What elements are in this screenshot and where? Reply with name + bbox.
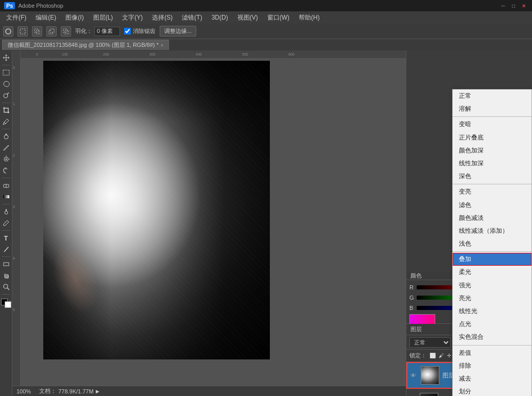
menu-help[interactable]: 帮助(H) xyxy=(295,12,324,23)
blend-mode-divide[interactable]: 划分 xyxy=(453,385,531,396)
canvas-document[interactable] xyxy=(43,61,270,359)
toolbar-separator-4 xyxy=(2,178,10,178)
app-logo: Ps xyxy=(4,2,15,9)
blend-mode-exclusion[interactable]: 排除 xyxy=(453,359,531,372)
tab-label: 微信截图_20210817135848.jpg @ 100% (图层 1, RG… xyxy=(8,41,159,49)
quick-select-tool-button[interactable] xyxy=(1,90,11,100)
adjust-edge-button[interactable]: 调整边缘... xyxy=(160,26,196,37)
layer-1-visibility-icon[interactable]: 👁 xyxy=(410,372,418,378)
foreground-background-colors[interactable] xyxy=(1,299,11,308)
clone-stamp-tool-button[interactable] xyxy=(1,154,11,164)
blend-mode-linear-dodge[interactable]: 线性减淡（添加） xyxy=(453,225,531,237)
antialiasing-control: 消除锯齿 xyxy=(124,27,156,35)
menu-filter[interactable]: 滤镜(T) xyxy=(178,12,206,23)
blend-mode-linear-light[interactable]: 线性光 xyxy=(453,305,531,318)
menu-file[interactable]: 文件(F) xyxy=(2,12,30,23)
blend-mode-difference[interactable]: 差值 xyxy=(453,347,531,359)
minimize-button[interactable]: ─ xyxy=(499,2,507,10)
add-selection-icon[interactable] xyxy=(32,26,42,37)
blend-mode-lighter-color[interactable]: 浅色 xyxy=(453,237,531,250)
hand-tool-button[interactable] xyxy=(1,270,11,281)
lock-move-icon[interactable]: ✛ xyxy=(447,353,451,358)
red-label: R xyxy=(409,284,414,290)
text-tool-button[interactable]: T xyxy=(1,233,11,243)
move-tool-button[interactable] xyxy=(1,53,11,63)
menu-select[interactable]: 选择(S) xyxy=(148,12,177,23)
status-bar: 100% 文档： 778.9K/1.77M ▶ xyxy=(12,386,406,396)
lasso-tool-button[interactable] xyxy=(1,79,11,89)
history-brush-tool-button[interactable] xyxy=(1,165,11,176)
blend-mode-vivid-light[interactable]: 亮光 xyxy=(453,292,531,305)
lasso-tool-icon[interactable] xyxy=(3,26,13,37)
menu-3d[interactable]: 3D(D) xyxy=(208,13,232,22)
menu-window[interactable]: 窗口(W) xyxy=(263,12,294,23)
new-selection-icon[interactable] xyxy=(18,26,28,37)
status-arrow-icon[interactable]: ▶ xyxy=(96,389,99,394)
gradient-tool-button[interactable] xyxy=(1,192,11,202)
svg-point-14 xyxy=(5,159,7,160)
color-preview-swatch[interactable] xyxy=(409,314,435,324)
blend-mode-soft-light[interactable]: 柔光 xyxy=(453,266,531,279)
blend-mode-screen[interactable]: 滤色 xyxy=(453,199,531,212)
blend-mode-pin-light[interactable]: 点光 xyxy=(453,318,531,331)
blend-mode-normal[interactable]: 正常 xyxy=(453,90,531,102)
svg-rect-21 xyxy=(4,263,9,266)
svg-line-23 xyxy=(7,288,9,290)
svg-rect-8 xyxy=(3,70,9,75)
layers-panel-title: 图层 xyxy=(410,325,422,333)
document-size: 文档： 778.9K/1.77M ▶ xyxy=(39,387,99,395)
zoom-tool-button[interactable] xyxy=(1,282,11,292)
blend-mode-linear-burn[interactable]: 线性加深 xyxy=(453,157,531,170)
lock-brush-icon[interactable]: 🖌 xyxy=(439,353,444,358)
brush-tool-button[interactable] xyxy=(1,143,11,153)
toolbar-separator-8 xyxy=(2,294,10,295)
blend-mode-multiply[interactable]: 正片叠底 xyxy=(453,131,531,144)
blend-separator-1 xyxy=(453,116,531,117)
blend-mode-hard-light[interactable]: 强光 xyxy=(453,279,531,292)
rect-marquee-tool-button[interactable] xyxy=(1,67,11,78)
blend-mode-overlay[interactable]: 叠加 xyxy=(453,253,531,266)
intersect-selection-icon[interactable] xyxy=(61,26,71,37)
svg-point-22 xyxy=(4,284,8,288)
shape-tool-button[interactable] xyxy=(1,259,11,269)
menu-image[interactable]: 图像(I) xyxy=(61,12,88,23)
blend-mode-darker-color[interactable]: 深色 xyxy=(453,170,531,183)
blend-mode-dissolve[interactable]: 溶解 xyxy=(453,102,531,115)
background-color-swatch[interactable] xyxy=(5,301,11,308)
blend-mode-hard-mix[interactable]: 实色混合 xyxy=(453,331,531,343)
blend-mode-lighten[interactable]: 变亮 xyxy=(453,185,531,198)
title-bar: Ps Adobe Photoshop ─ □ ✕ xyxy=(0,0,532,11)
tab-close-button[interactable]: × xyxy=(161,43,163,48)
menu-layer[interactable]: 图层(L) xyxy=(89,12,117,23)
blend-mode-darken[interactable]: 变暗 xyxy=(453,118,531,131)
ruler-horizontal: 0 100 200 300 400 500 600 xyxy=(21,50,406,59)
color-panel-title: 颜色 xyxy=(410,272,422,280)
menu-edit[interactable]: 编辑(E) xyxy=(31,12,60,23)
close-button[interactable]: ✕ xyxy=(520,2,528,10)
layers-blend-mode-select[interactable]: 正常 xyxy=(409,337,451,348)
subtract-selection-icon[interactable] xyxy=(46,26,57,37)
blend-mode-color-dodge[interactable]: 颜色减淡 xyxy=(453,212,531,225)
antialiasing-checkbox[interactable] xyxy=(124,28,131,35)
lock-transparent-icon[interactable]: ⬜ xyxy=(430,353,436,358)
path-select-tool-button[interactable] xyxy=(1,244,11,254)
dodge-tool-button[interactable] xyxy=(1,206,11,217)
text-tool-icon: T xyxy=(4,234,8,242)
menu-view[interactable]: 视图(V) xyxy=(233,12,262,23)
spot-heal-tool-button[interactable] xyxy=(1,131,11,142)
canvas-container: 0 100 200 300 400 500 600 0 1 2 3 4 5 xyxy=(12,50,406,396)
maximize-button[interactable]: □ xyxy=(509,2,518,10)
document-tab[interactable]: 微信截图_20210817135848.jpg @ 100% (图层 1, RG… xyxy=(2,40,169,50)
eraser-tool-button[interactable] xyxy=(1,180,11,191)
blend-mode-list[interactable]: 正常 溶解 变暗 正片叠底 颜色加深 线性加深 深色 变亮 滤色 颜色减淡 线性… xyxy=(452,89,532,396)
green-label: G xyxy=(409,295,414,301)
pen-tool-button[interactable] xyxy=(1,218,11,228)
menu-text[interactable]: 文字(Y) xyxy=(118,12,147,23)
layer-bg-thumbnail xyxy=(420,393,438,397)
feather-input[interactable] xyxy=(94,27,120,36)
crop-tool-button[interactable] xyxy=(1,105,11,115)
eyedropper-tool-button[interactable] xyxy=(1,116,11,127)
blend-mode-subtract[interactable]: 减去 xyxy=(453,372,531,385)
blend-mode-color-burn[interactable]: 颜色加深 xyxy=(453,144,531,157)
toolbar-separator-5 xyxy=(2,204,10,204)
